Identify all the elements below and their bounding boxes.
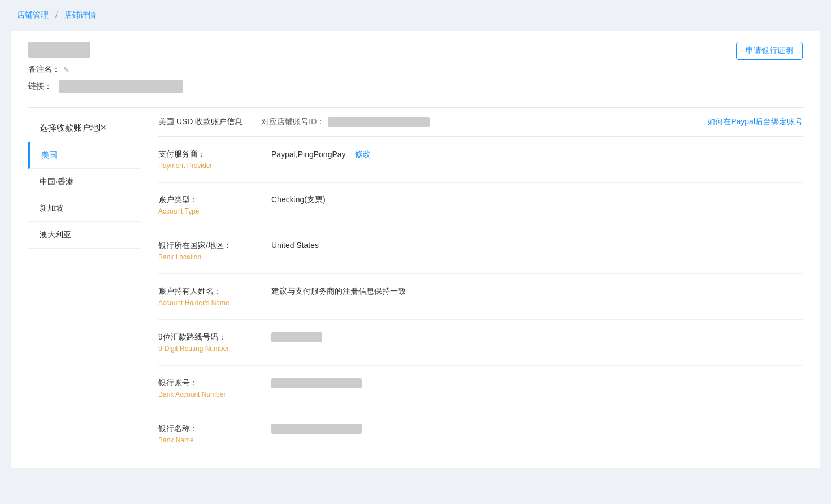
value-payment-provider: Paypal,PingPongPay 修改 [271,149,803,159]
label-routing-number: 9位汇款路线号码： 9-Digit Routing Number [158,332,271,353]
form-row-bank-name: 银行名称： Bank Name [158,411,803,457]
panel-header: 美国 USD 收款账户信息 对应店铺账号ID： 如何在Paypal后台绑定账号 [158,108,803,137]
sidebar: 选择收款账户地区 美国 中国·香港 新加坡 澳大利亚 [28,108,141,457]
panel-header-divider [252,118,252,127]
value-account-type: Checking(支票) [271,195,803,205]
sidebar-item-usa[interactable]: 美国 [28,142,141,169]
paypal-help-link[interactable]: 如何在Paypal后台绑定账号 [707,117,803,127]
value-routing-number [271,332,803,342]
store-name-placeholder [28,42,90,58]
top-right: 申请银行证明 [736,42,803,60]
note-label: 备注名： [28,64,60,75]
form-row-bank-location: 银行所在国家/地区： Bank Location United States [158,228,803,274]
form-row-payment-provider: 支付服务商： Payment Provider Paypal,PingPongP… [158,137,803,183]
bank-account-placeholder [271,378,362,388]
main-container: 备注名： ✎ 链接： 申请银行证明 选择收款账户地区 美国 中国·香港 [11,31,820,468]
form-row-account-type: 账户类型： Account Type Checking(支票) [158,183,803,228]
sidebar-item-australia[interactable]: 澳大利亚 [28,222,141,249]
breadcrumb: 店铺管理 / 店铺详情 [0,0,831,31]
label-bank-location: 银行所在国家/地区： Bank Location [158,241,271,261]
value-bank-location: United States [271,241,803,250]
content-area: 选择收款账户地区 美国 中国·香港 新加坡 澳大利亚 美国 USD 收款账户信息… [28,108,803,457]
label-account-type: 账户类型： Account Type [158,195,271,215]
note-row: 备注名： ✎ [28,64,183,75]
value-bank-name [271,424,803,434]
value-account-holder: 建议与支付服务商的注册信息保持一致 [271,286,803,297]
store-name-bar [28,42,183,58]
link-label: 链接： [28,81,52,92]
sidebar-title: 选择收款账户地区 [28,114,141,142]
form-row-account-holder: 账户持有人姓名： Account Holder's Name 建议与支付服务商的… [158,274,803,320]
link-value-placeholder [59,80,183,93]
value-bank-account [271,378,803,388]
top-left: 备注名： ✎ 链接： [28,42,183,98]
detail-panel: 美国 USD 收款账户信息 对应店铺账号ID： 如何在Paypal后台绑定账号 … [141,108,803,457]
breadcrumb-sep: / [55,10,58,19]
apply-bank-cert-button[interactable]: 申请银行证明 [736,42,803,60]
label-account-holder: 账户持有人姓名： Account Holder's Name [158,286,271,307]
breadcrumb-current[interactable]: 店铺详情 [64,10,96,19]
label-bank-account: 银行账号： Bank Account Number [158,378,271,398]
bank-name-placeholder [271,424,362,434]
account-id-label: 对应店铺账号ID： [261,117,324,127]
label-payment-provider: 支付服务商： Payment Provider [158,149,271,170]
edit-icon[interactable]: ✎ [63,66,70,74]
sidebar-item-china-hk[interactable]: 中国·香港 [28,169,141,195]
routing-number-placeholder [271,332,322,342]
top-bar: 备注名： ✎ 链接： 申请银行证明 [28,42,803,98]
form-row-bank-account: 银行账号： Bank Account Number [158,366,803,411]
form-section: 支付服务商： Payment Provider Paypal,PingPongP… [158,137,803,457]
panel-title: 美国 USD 收款账户信息 [158,117,243,127]
account-id-value [328,117,430,127]
modify-payment-provider-button[interactable]: 修改 [355,149,371,159]
sidebar-item-singapore[interactable]: 新加坡 [28,195,141,222]
breadcrumb-parent[interactable]: 店铺管理 [17,10,49,19]
form-row-routing-number: 9位汇款路线号码： 9-Digit Routing Number [158,320,803,366]
label-bank-name: 银行名称： Bank Name [158,424,271,444]
link-row: 链接： [28,80,183,93]
